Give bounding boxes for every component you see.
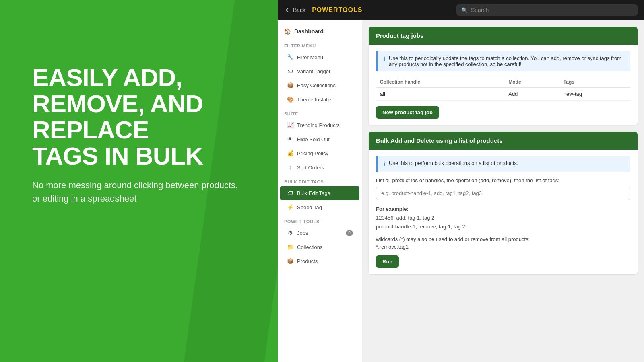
bulk-edit-tags-icon: 🏷 bbox=[287, 189, 294, 197]
info-icon: ℹ bbox=[383, 56, 386, 67]
col-collection-handle: Collection handle bbox=[376, 77, 504, 88]
table-row: all Add new-tag bbox=[376, 88, 630, 101]
filter-menu-section-label: Filter Menu bbox=[278, 39, 362, 50]
cell-collection-handle: all bbox=[376, 88, 504, 101]
bulk-input[interactable] bbox=[376, 187, 630, 200]
dashboard-icon: 🏠 bbox=[284, 28, 291, 35]
hero-section: EASILY ADD, REMOVE, AND REPLACE TAGS IN … bbox=[32, 64, 242, 205]
sidebar-item-pricing-policy[interactable]: 💰 Pricing Policy bbox=[280, 146, 359, 160]
suite-section-label: Suite bbox=[278, 107, 362, 118]
filter-menu-icon: 🔧 bbox=[287, 53, 294, 61]
bulk-add-delete-info: ℹ Use this to perform bulk operations on… bbox=[376, 156, 630, 172]
speed-tag-icon: ⚡ bbox=[287, 204, 294, 211]
sidebar-item-theme-installer[interactable]: 🎨 Theme Installer bbox=[280, 93, 359, 106]
search-input[interactable] bbox=[471, 7, 633, 13]
search-bar[interactable]: 🔍 bbox=[456, 4, 638, 16]
wildcards-example: *,remove,tag1 bbox=[376, 244, 630, 250]
sidebar-item-variant-tagger[interactable]: 🏷 Variant Tagger bbox=[280, 64, 359, 78]
bulk-add-delete-card: Bulk Add and Delete using a list of prod… bbox=[369, 132, 638, 274]
sidebar-item-hide-sold-out[interactable]: 👁 Hide Sold Out bbox=[280, 132, 359, 146]
jobs-badge: 0 bbox=[346, 230, 353, 236]
app-window: Back POWERTOOLS 🔍 🏠 Dashboard Filter Men… bbox=[278, 0, 644, 362]
sidebar-item-jobs[interactable]: ⚙ Jobs 0 bbox=[280, 226, 359, 240]
new-product-tag-job-button[interactable]: New product tag job bbox=[376, 106, 439, 119]
trending-products-icon: 📈 bbox=[287, 121, 294, 129]
product-tag-jobs-table: Collection handle Mode Tags all Add new-… bbox=[376, 77, 630, 101]
bulk-info-icon: ℹ bbox=[383, 160, 386, 168]
product-tag-jobs-info: ℹ Use this to periodically update the ta… bbox=[376, 51, 630, 71]
col-tags: Tags bbox=[559, 77, 630, 88]
pricing-policy-icon: 💰 bbox=[287, 150, 294, 157]
power-tools-section-label: Power Tools bbox=[278, 214, 362, 226]
topbar: Back POWERTOOLS 🔍 bbox=[278, 0, 644, 20]
products-icon: 📦 bbox=[287, 257, 294, 265]
sort-orders-icon: ↕ bbox=[287, 164, 294, 171]
sidebar-item-products[interactable]: 📦 Products bbox=[280, 254, 359, 268]
sidebar-item-filter-menu[interactable]: 🔧 Filter Menu bbox=[280, 50, 359, 64]
example-section: For example: 123456, add, tag-1, tag 2 p… bbox=[376, 205, 630, 231]
right-panel: Product tag jobs ℹ Use this to periodica… bbox=[362, 20, 644, 362]
search-icon: 🔍 bbox=[461, 7, 468, 13]
bulk-add-delete-body: ℹ Use this to perform bulk operations on… bbox=[369, 150, 638, 274]
back-button[interactable]: Back bbox=[284, 7, 305, 13]
hide-sold-out-icon: 👁 bbox=[287, 136, 294, 143]
hero-title: EASILY ADD, REMOVE, AND REPLACE TAGS IN … bbox=[32, 64, 242, 169]
sidebar-item-collections[interactable]: 📁 Collections bbox=[280, 240, 359, 254]
collections-icon: 📁 bbox=[287, 243, 294, 251]
variant-tagger-icon: 🏷 bbox=[287, 68, 294, 75]
product-tag-jobs-body: ℹ Use this to periodically update the ta… bbox=[369, 45, 638, 125]
wildcards-text: wildcards (*) may also be used to add or… bbox=[376, 236, 630, 242]
sidebar-item-dashboard[interactable]: 🏠 Dashboard bbox=[278, 24, 362, 39]
easy-collections-icon: 📦 bbox=[287, 82, 294, 89]
sidebar-item-sort-orders[interactable]: ↕ Sort Orders bbox=[280, 160, 359, 174]
sidebar: 🏠 Dashboard Filter Menu 🔧 Filter Menu 🏷 … bbox=[278, 20, 362, 362]
sidebar-item-trending-products[interactable]: 📈 Trending Products bbox=[280, 118, 359, 132]
sidebar-item-speed-tag[interactable]: ⚡ Speed Tag bbox=[280, 200, 359, 214]
jobs-icon: ⚙ bbox=[287, 229, 294, 237]
col-mode: Mode bbox=[504, 77, 559, 88]
product-tag-jobs-card: Product tag jobs ℹ Use this to periodica… bbox=[369, 27, 638, 125]
hero-subtitle: No more messing around clicking between … bbox=[32, 179, 242, 205]
list-label: List all product ids or handles, the ope… bbox=[376, 177, 630, 183]
cell-tags: new-tag bbox=[559, 88, 630, 101]
run-button[interactable]: Run bbox=[376, 255, 399, 268]
bulk-edit-section-label: Bulk Edit Tags bbox=[278, 175, 362, 186]
bulk-add-delete-header: Bulk Add and Delete using a list of prod… bbox=[369, 132, 638, 150]
main-content: 🏠 Dashboard Filter Menu 🔧 Filter Menu 🏷 … bbox=[278, 20, 644, 362]
sidebar-item-bulk-edit-tags[interactable]: 🏷 Bulk Edit Tags bbox=[280, 186, 359, 200]
cell-mode: Add bbox=[504, 88, 559, 101]
product-tag-jobs-header: Product tag jobs bbox=[369, 27, 638, 45]
theme-installer-icon: 🎨 bbox=[287, 96, 294, 103]
sidebar-item-easy-collections[interactable]: 📦 Easy Collections bbox=[280, 78, 359, 92]
app-logo: POWERTOOLS bbox=[312, 6, 362, 14]
